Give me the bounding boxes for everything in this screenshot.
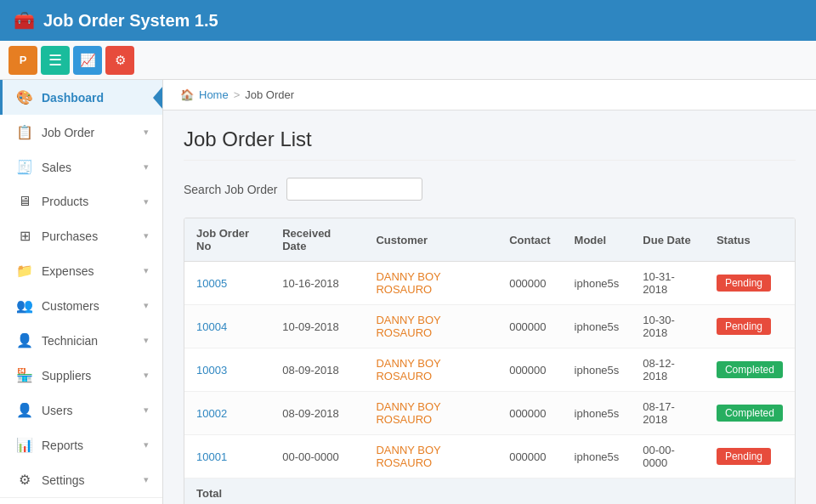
sidebar-label-technician: Technician xyxy=(42,334,144,348)
sidebar-label-job-order: Job Order xyxy=(42,126,144,139)
expenses-chevron-icon: ▾ xyxy=(144,265,149,276)
cell-model: iphone5s xyxy=(563,348,632,392)
sidebar-collapse-button[interactable]: « xyxy=(0,497,162,504)
page-title: Job Order List xyxy=(184,127,796,161)
sidebar-label-purchases: Purchases xyxy=(42,229,144,243)
job-order-icon: 📋 xyxy=(16,124,33,140)
cell-contact: 000000 xyxy=(497,262,562,305)
settings-chevron-icon: ▾ xyxy=(144,474,149,485)
cell-received-date: 10-09-2018 xyxy=(270,305,364,348)
sidebar-label-sales: Sales xyxy=(42,161,144,174)
dashboard-icon: 🎨 xyxy=(16,89,33,105)
sidebar-label-expenses: Expenses xyxy=(42,264,144,278)
table-row: 10003 08-09-2018 DANNY BOY ROSAURO 00000… xyxy=(184,348,795,392)
status-badge: Pending xyxy=(717,275,771,292)
sidebar-item-users[interactable]: 👤 Users ▾ xyxy=(0,393,162,428)
technician-chevron-icon: ▾ xyxy=(144,335,149,346)
suppliers-chevron-icon: ▾ xyxy=(144,370,149,381)
col-status: Status xyxy=(705,218,795,262)
cell-customer[interactable]: DANNY BOY ROSAURO xyxy=(364,392,497,435)
job-order-chevron-icon: ▾ xyxy=(144,127,149,138)
cell-due-date: 00-00-0000 xyxy=(631,435,705,479)
sidebar-item-settings[interactable]: ⚙ Settings ▾ xyxy=(0,462,162,497)
app-icon: 🧰 xyxy=(14,10,35,31)
sales-icon: 🧾 xyxy=(16,159,33,175)
sidebar-label-products: Products xyxy=(42,195,144,208)
cell-model: iphone5s xyxy=(563,392,632,435)
cell-due-date: 08-17-2018 xyxy=(631,392,705,435)
sidebar-item-job-order[interactable]: 📋 Job Order ▾ xyxy=(0,115,162,150)
col-customer: Customer xyxy=(364,218,497,262)
cell-contact: 000000 xyxy=(497,435,562,479)
cell-contact: 000000 xyxy=(497,305,562,348)
cell-model: iphone5s xyxy=(563,305,632,348)
cell-job-order-no[interactable]: 10001 xyxy=(184,435,270,479)
cell-status: Completed xyxy=(705,392,795,435)
sidebar-item-sales[interactable]: 🧾 Sales ▾ xyxy=(0,150,162,184)
toolbar-chart-button[interactable]: 📈 xyxy=(73,46,102,75)
cell-contact: 000000 xyxy=(497,348,562,392)
status-badge: Pending xyxy=(717,318,771,335)
table-header-row: Job Order No Received Date Customer Cont… xyxy=(184,218,795,262)
sidebar-item-expenses[interactable]: 📁 Expenses ▾ xyxy=(0,253,162,288)
sidebar: 🎨 Dashboard 📋 Job Order ▾ 🧾 Sales ▾ 🖥 Pr… xyxy=(0,80,163,504)
total-label: Total xyxy=(184,479,795,505)
cell-customer[interactable]: DANNY BOY ROSAURO xyxy=(364,262,497,305)
table-row: 10001 00-00-0000 DANNY BOY ROSAURO 00000… xyxy=(184,435,795,479)
table-total-row: Total xyxy=(184,479,795,505)
breadcrumb-current: Job Order xyxy=(245,88,294,101)
cell-customer[interactable]: DANNY BOY ROSAURO xyxy=(364,305,497,348)
app-title: Job Order System 1.5 xyxy=(43,11,218,31)
users-icon: 👤 xyxy=(16,402,33,418)
customers-icon: 👥 xyxy=(16,297,33,314)
sidebar-label-customers: Customers xyxy=(42,299,144,313)
search-row: Search Job Order xyxy=(184,178,796,201)
toolbar: P ☰ 📈 ⚙ xyxy=(0,41,816,80)
reports-chevron-icon: ▾ xyxy=(144,439,149,450)
toolbar-p-button[interactable]: P xyxy=(8,46,37,75)
users-chevron-icon: ▾ xyxy=(144,405,149,416)
cell-status: Pending xyxy=(705,262,795,305)
sidebar-item-products[interactable]: 🖥 Products ▾ xyxy=(0,184,162,218)
cell-received-date: 08-09-2018 xyxy=(270,348,364,392)
cell-customer[interactable]: DANNY BOY ROSAURO xyxy=(364,435,497,479)
cell-job-order-no[interactable]: 10004 xyxy=(184,305,270,348)
products-icon: 🖥 xyxy=(16,194,33,209)
search-input[interactable] xyxy=(286,178,422,201)
breadcrumb: 🏠 Home > Job Order xyxy=(163,80,816,110)
sales-chevron-icon: ▾ xyxy=(144,161,149,173)
customers-chevron-icon: ▾ xyxy=(144,300,149,311)
toolbar-settings-button[interactable]: ⚙ xyxy=(105,46,134,75)
sidebar-item-reports[interactable]: 📊 Reports ▾ xyxy=(0,428,162,462)
cell-due-date: 08-12-2018 xyxy=(631,348,705,392)
search-label: Search Job Order xyxy=(184,183,278,196)
job-order-table-container: Job Order No Received Date Customer Cont… xyxy=(184,218,796,504)
sidebar-item-suppliers[interactable]: 🏪 Suppliers ▾ xyxy=(0,358,162,393)
cell-received-date: 08-09-2018 xyxy=(270,392,364,435)
table-row: 10005 10-16-2018 DANNY BOY ROSAURO 00000… xyxy=(184,262,795,305)
toolbar-list-button[interactable]: ☰ xyxy=(41,46,70,75)
sidebar-item-dashboard[interactable]: 🎨 Dashboard xyxy=(0,80,162,115)
table-row: 10004 10-09-2018 DANNY BOY ROSAURO 00000… xyxy=(184,305,795,348)
technician-icon: 👤 xyxy=(16,332,33,348)
suppliers-icon: 🏪 xyxy=(16,367,33,383)
table-row: 10002 08-09-2018 DANNY BOY ROSAURO 00000… xyxy=(184,392,795,435)
breadcrumb-separator: > xyxy=(234,88,241,101)
cell-received-date: 10-16-2018 xyxy=(270,262,364,305)
products-chevron-icon: ▾ xyxy=(144,196,149,207)
sidebar-item-technician[interactable]: 👤 Technician ▾ xyxy=(0,323,162,358)
col-due-date: Due Date xyxy=(631,218,705,262)
cell-job-order-no[interactable]: 10005 xyxy=(184,262,270,305)
cell-customer[interactable]: DANNY BOY ROSAURO xyxy=(364,348,497,392)
expenses-icon: 📁 xyxy=(16,263,33,279)
cell-due-date: 10-30-2018 xyxy=(631,305,705,348)
sidebar-item-purchases[interactable]: ⊞ Purchases ▾ xyxy=(0,218,162,253)
cell-model: iphone5s xyxy=(563,435,632,479)
sidebar-label-dashboard: Dashboard xyxy=(42,91,149,105)
cell-job-order-no[interactable]: 10003 xyxy=(184,348,270,392)
cell-due-date: 10-31-2018 xyxy=(631,262,705,305)
breadcrumb-home-link[interactable]: Home xyxy=(199,88,229,101)
sidebar-item-customers[interactable]: 👥 Customers ▾ xyxy=(0,288,162,323)
cell-job-order-no[interactable]: 10002 xyxy=(184,392,270,435)
main-content: 🏠 Home > Job Order Job Order List Search… xyxy=(163,80,816,504)
